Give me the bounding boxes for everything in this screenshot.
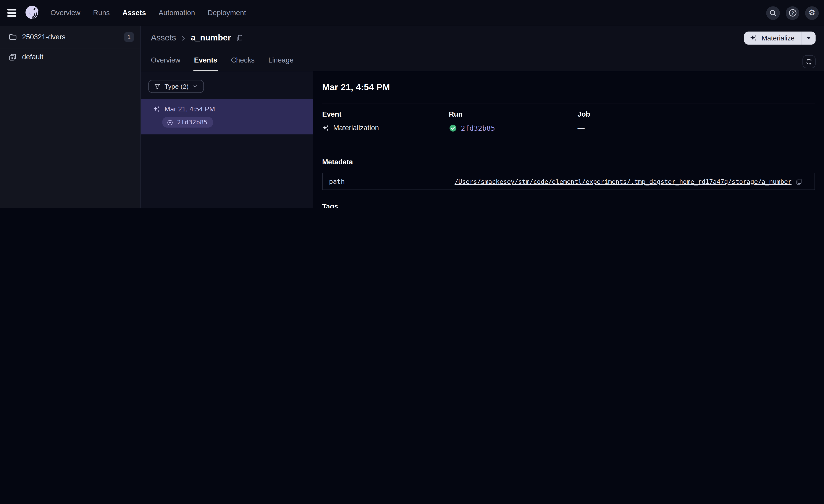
tab-checks[interactable]: Checks bbox=[230, 56, 255, 72]
chevron-right-icon bbox=[180, 34, 187, 42]
asset-group-label: default bbox=[22, 53, 134, 61]
type-filter-button[interactable]: Type (2) bbox=[148, 80, 204, 93]
search-button[interactable] bbox=[766, 6, 780, 20]
top-nav: Overview Runs Assets Automation Deployme… bbox=[0, 0, 824, 26]
sync-icon bbox=[805, 58, 813, 66]
job-column-header: Job bbox=[578, 110, 815, 118]
dagster-app: Overview Runs Assets Automation Deployme… bbox=[0, 0, 824, 208]
tags-section: Tags code_version 2fd32b85-59be-4d7d-8d6… bbox=[322, 203, 815, 208]
dagster-logo bbox=[24, 5, 40, 21]
tab-events[interactable]: Events bbox=[194, 56, 218, 72]
help-icon: ? bbox=[788, 8, 797, 17]
nav-item-assets[interactable]: Assets bbox=[122, 9, 146, 17]
sparkle-icon bbox=[153, 105, 160, 113]
main-nav: Overview Runs Assets Automation Deployme… bbox=[50, 9, 246, 17]
sidebar-item-default-group[interactable]: default bbox=[0, 48, 140, 66]
event-column-header: Event bbox=[322, 110, 449, 118]
chevron-down-icon bbox=[192, 84, 198, 89]
copy-icon bbox=[236, 34, 243, 42]
type-filter-label: Type (2) bbox=[165, 83, 189, 90]
job-value: — bbox=[578, 124, 585, 132]
filter-bar: Type (2) bbox=[141, 72, 313, 99]
tags-heading: Tags bbox=[322, 203, 815, 208]
nav-item-overview[interactable]: Overview bbox=[50, 9, 81, 17]
asset-detail-page: Assets a_number bbox=[141, 26, 824, 208]
metadata-path-link[interactable]: /Users/smackesey/stm/code/elementl/exper… bbox=[455, 178, 792, 185]
event-detail-panel: Mar 21, 4:54 PM Event bbox=[313, 72, 824, 208]
event-list-panel: Type (2) bbox=[141, 72, 313, 208]
metadata-heading: Metadata bbox=[322, 158, 815, 166]
caret-down-icon bbox=[807, 36, 811, 39]
asset-tabs: Overview Events Checks Lineage bbox=[141, 50, 824, 71]
breadcrumb: Assets a_number bbox=[141, 26, 824, 50]
svg-text:?: ? bbox=[791, 10, 794, 15]
tab-lineage[interactable]: Lineage bbox=[268, 56, 294, 72]
divider bbox=[322, 103, 815, 103]
check-circle-icon bbox=[449, 124, 457, 132]
table-row: path /Users/smackesey/stm/code/elementl/… bbox=[323, 173, 815, 190]
events-layout: Type (2) bbox=[141, 72, 824, 208]
nav-item-automation[interactable]: Automation bbox=[159, 9, 195, 17]
metadata-key: path bbox=[323, 173, 448, 190]
run-column-header: Run bbox=[449, 110, 578, 118]
event-list-item[interactable]: Mar 21, 4:54 PM 2fd32b85 bbox=[141, 99, 313, 135]
metadata-table: path /Users/smackesey/stm/code/elementl/… bbox=[322, 173, 815, 190]
nav-item-runs[interactable]: Runs bbox=[93, 9, 110, 17]
hamburger-icon bbox=[7, 9, 16, 10]
asset-header: Assets a_number bbox=[141, 26, 824, 72]
hamburger-menu-button[interactable] bbox=[7, 7, 19, 19]
settings-button[interactable]: ⚙ bbox=[805, 6, 819, 20]
refresh-events-button[interactable] bbox=[802, 55, 816, 69]
materialize-button[interactable]: Materialize bbox=[744, 31, 816, 44]
folder-icon bbox=[8, 32, 17, 41]
copy-asset-name-button[interactable] bbox=[236, 34, 243, 42]
sparkle-icon bbox=[322, 124, 329, 132]
help-button[interactable]: ? bbox=[786, 6, 799, 20]
materialize-dropdown-toggle[interactable] bbox=[802, 31, 816, 44]
copy-icon bbox=[795, 178, 803, 185]
search-icon bbox=[769, 9, 777, 17]
run-id-text: 2fd32b85 bbox=[177, 119, 207, 126]
event-type-value: Materialization bbox=[333, 124, 379, 132]
gear-icon: ⚙ bbox=[808, 9, 816, 17]
event-summary: Event Materialization bbox=[322, 110, 815, 132]
run-id-link[interactable]: 2fd32b85 bbox=[461, 124, 495, 132]
funnel-icon bbox=[154, 83, 161, 90]
breadcrumb-assets-link[interactable]: Assets bbox=[151, 33, 176, 43]
metadata-section: Metadata path /Users/smackesey/stm/code/… bbox=[322, 158, 815, 190]
asset-name-title: a_number bbox=[191, 33, 231, 43]
asset-group-icon bbox=[8, 53, 17, 61]
tab-overview[interactable]: Overview bbox=[150, 56, 181, 72]
event-detail-title: Mar 21, 4:54 PM bbox=[322, 83, 815, 93]
code-location-label: 250321-dvers bbox=[22, 33, 119, 41]
run-id-pill[interactable]: 2fd32b85 bbox=[163, 117, 213, 128]
event-timestamp: Mar 21, 4:54 PM bbox=[165, 105, 215, 113]
materialize-button-label: Materialize bbox=[761, 34, 795, 42]
copy-path-button[interactable] bbox=[795, 178, 803, 185]
sparkle-icon bbox=[750, 34, 758, 42]
circle-dot-icon bbox=[167, 119, 174, 126]
asset-count-badge: 1 bbox=[124, 32, 134, 42]
top-nav-actions: ? ⚙ bbox=[766, 6, 819, 20]
nav-item-deployment[interactable]: Deployment bbox=[208, 9, 246, 17]
asset-groups-sidebar: 250321-dvers 1 default 250321-dvers bbox=[0, 26, 141, 208]
sidebar-item-code-location[interactable]: 250321-dvers 1 bbox=[0, 26, 140, 48]
